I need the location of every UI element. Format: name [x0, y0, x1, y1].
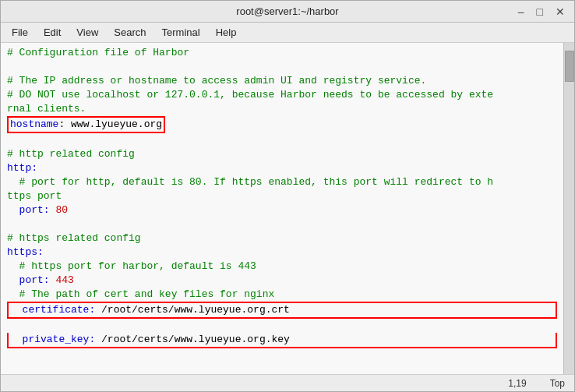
scroll-position: Top: [550, 378, 565, 389]
menu-view[interactable]: View: [70, 25, 104, 40]
editor-content[interactable]: # Configuration file of Harbor # The IP …: [1, 43, 563, 374]
menu-help[interactable]: Help: [210, 25, 243, 40]
scrollbar[interactable]: [563, 43, 574, 374]
close-button[interactable]: ✕: [552, 5, 568, 18]
menu-bar: File Edit View Search Terminal Help: [1, 23, 574, 43]
menu-file[interactable]: File: [5, 25, 34, 40]
status-bar: 1,19 Top: [1, 374, 574, 391]
terminal-window: root@server1:~/harbor – □ ✕ File Edit Vi…: [0, 0, 575, 392]
menu-edit[interactable]: Edit: [37, 25, 67, 40]
code-text: # Configuration file of Harbor # The IP …: [7, 46, 557, 374]
editor-area: # Configuration file of Harbor # The IP …: [1, 43, 574, 374]
menu-search[interactable]: Search: [108, 25, 152, 40]
window-controls: – □ ✕: [515, 5, 568, 18]
cursor-position: 1,19: [508, 378, 526, 389]
title-bar: root@server1:~/harbor – □ ✕: [1, 1, 574, 23]
maximize-button[interactable]: □: [534, 5, 546, 18]
minimize-button[interactable]: –: [515, 5, 527, 18]
scrollbar-thumb[interactable]: [565, 51, 574, 82]
window-title: root@server1:~/harbor: [236, 5, 338, 17]
menu-terminal[interactable]: Terminal: [156, 25, 206, 40]
